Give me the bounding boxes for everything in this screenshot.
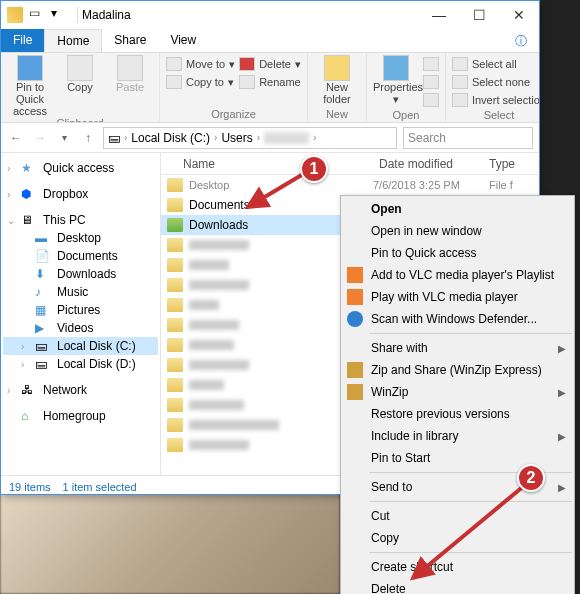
ctx-pin-quick[interactable]: Pin to Quick access: [341, 242, 574, 264]
nav-diskc[interactable]: ›🖴Local Disk (C:): [3, 337, 158, 355]
nav-diskd[interactable]: ›🖴Local Disk (D:): [3, 355, 158, 373]
rename-button[interactable]: Rename: [239, 73, 301, 91]
chevron-right-icon: ▶: [558, 387, 566, 398]
nav-homegroup[interactable]: ⌂Homegroup: [3, 407, 158, 425]
nav-tree: ›★Quick access ›⬢Dropbox ⌄🖥This PC ▬Desk…: [1, 153, 161, 475]
ctx-sharewith[interactable]: Share with▶: [341, 337, 574, 359]
nav-dropbox[interactable]: ›⬢Dropbox: [3, 185, 158, 203]
qat-props-icon[interactable]: ▭: [29, 6, 47, 24]
vlc-icon: [347, 289, 363, 305]
up-button[interactable]: ↑: [79, 129, 97, 147]
ctx-winzip[interactable]: WinZip▶: [341, 381, 574, 403]
list-item[interactable]: Desktop7/6/2018 3:25 PMFile f: [161, 175, 539, 195]
nav-quick-access[interactable]: ›★Quick access: [3, 159, 158, 177]
invert-button[interactable]: Invert selection: [452, 91, 539, 109]
ribbon-help-icon[interactable]: ⓘ: [503, 29, 539, 52]
vlc-icon: [347, 267, 363, 283]
ribbon: Pin to Quick access Copy Paste Clipboard…: [1, 53, 539, 123]
nav-documents[interactable]: 📄Documents: [3, 247, 158, 265]
folder-title-icon: [7, 7, 23, 23]
shield-icon: [347, 311, 363, 327]
moveto-button[interactable]: Move to ▾: [166, 55, 235, 73]
titlebar[interactable]: ▭ ▾ Madalina — ☐ ✕: [1, 1, 539, 29]
properties-button[interactable]: Properties ▾: [373, 55, 419, 106]
nav-desktop[interactable]: ▬Desktop: [3, 229, 158, 247]
address-bar: ← → ▾ ↑ 🖴› Local Disk (C:)› Users› › Sea…: [1, 123, 539, 153]
copyto-button[interactable]: Copy to ▾: [166, 73, 235, 91]
qat-dropdown-icon[interactable]: ▾: [51, 6, 69, 24]
svg-line-1: [413, 485, 525, 578]
newfolder-button[interactable]: New folder: [314, 55, 360, 105]
breadcrumb[interactable]: 🖴› Local Disk (C:)› Users› ›: [103, 127, 397, 149]
annotation-1: 1: [300, 155, 328, 183]
ribbon-tabs: File Home Share View ⓘ: [1, 29, 539, 53]
recent-dropdown[interactable]: ▾: [55, 129, 73, 147]
selectall-button[interactable]: Select all: [452, 55, 539, 73]
forward-button[interactable]: →: [31, 129, 49, 147]
close-button[interactable]: ✕: [499, 1, 539, 29]
nav-videos[interactable]: ▶Videos: [3, 319, 158, 337]
nav-thispc[interactable]: ⌄🖥This PC: [3, 211, 158, 229]
minimize-button[interactable]: —: [419, 1, 459, 29]
ctx-open-new[interactable]: Open in new window: [341, 220, 574, 242]
column-headers[interactable]: Name Date modified Type: [161, 153, 539, 175]
tab-share[interactable]: Share: [102, 29, 158, 52]
ctx-include[interactable]: Include in library▶: [341, 425, 574, 447]
tab-view[interactable]: View: [158, 29, 208, 52]
selectnone-button[interactable]: Select none: [452, 73, 539, 91]
ctx-open[interactable]: Open: [341, 198, 574, 220]
chevron-right-icon: ▶: [558, 431, 566, 442]
ctx-vlc-play[interactable]: Play with VLC media player: [341, 286, 574, 308]
chevron-right-icon: ▶: [558, 482, 566, 493]
pin-quick-button[interactable]: Pin to Quick access: [7, 55, 53, 117]
back-button[interactable]: ←: [7, 129, 25, 147]
ctx-restore[interactable]: Restore previous versions: [341, 403, 574, 425]
copy-button[interactable]: Copy: [57, 55, 103, 93]
drive-icon: 🖴: [108, 131, 120, 145]
tab-home[interactable]: Home: [44, 29, 102, 52]
nav-downloads[interactable]: ⬇Downloads: [3, 265, 158, 283]
ctx-vlc-add[interactable]: Add to VLC media player's Playlist: [341, 264, 574, 286]
winzip-icon: [347, 384, 363, 400]
paste-button[interactable]: Paste: [107, 55, 153, 93]
status-selected: 1 item selected: [63, 481, 137, 493]
arrow-2: [405, 480, 535, 585]
status-items: 19 items: [9, 481, 51, 493]
ctx-zipshare[interactable]: Zip and Share (WinZip Express): [341, 359, 574, 381]
winzip-icon: [347, 362, 363, 378]
nav-network[interactable]: ›🖧Network: [3, 381, 158, 399]
nav-pictures[interactable]: ▦Pictures: [3, 301, 158, 319]
annotation-2: 2: [517, 464, 545, 492]
window-title: Madalina: [78, 8, 419, 22]
maximize-button[interactable]: ☐: [459, 1, 499, 29]
search-input[interactable]: Search: [403, 127, 533, 149]
nav-music[interactable]: ♪Music: [3, 283, 158, 301]
ctx-defender[interactable]: Scan with Windows Defender...: [341, 308, 574, 330]
delete-button[interactable]: Delete ▾: [239, 55, 301, 73]
tab-file[interactable]: File: [1, 29, 44, 52]
chevron-right-icon: ▶: [558, 343, 566, 354]
